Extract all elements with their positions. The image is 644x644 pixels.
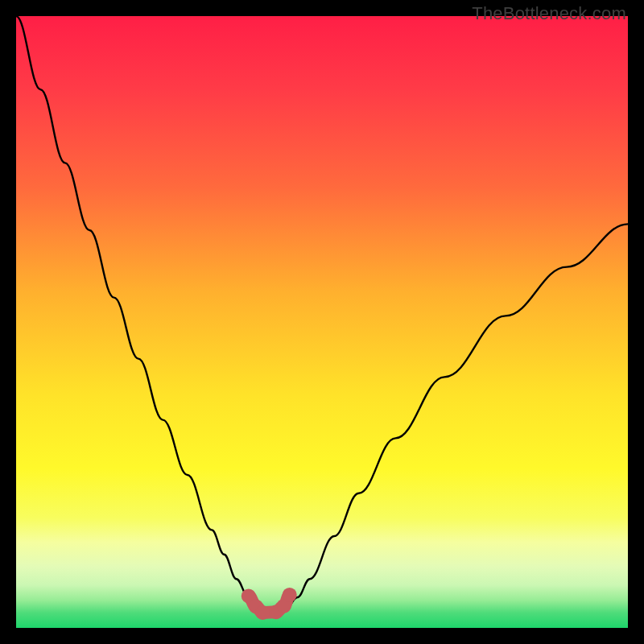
- marker-dot: [255, 605, 270, 620]
- watermark-text: TheBottleneck.com: [472, 3, 626, 24]
- marker-dot: [283, 588, 297, 602]
- bottleneck-curve: [16, 16, 628, 616]
- plot-area: [16, 16, 628, 628]
- outer-frame: TheBottleneck.com: [0, 0, 644, 644]
- bottom-marker-dots: [242, 588, 297, 620]
- chart-svg: [16, 16, 628, 628]
